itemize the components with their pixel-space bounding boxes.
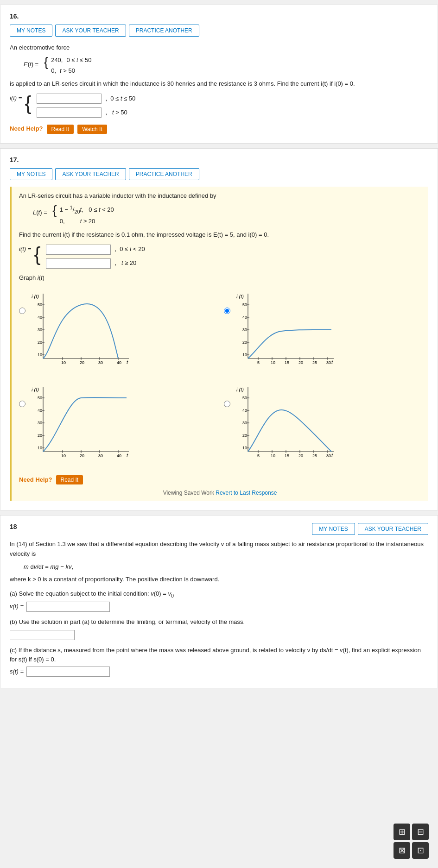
watch-it-button-16[interactable]: Watch It: [77, 125, 107, 134]
problem-18-number: 18: [10, 523, 17, 530]
svg-text:20: 20: [38, 433, 42, 438]
my-notes-button-18[interactable]: MY NOTES: [312, 523, 355, 535]
problem-17-number: 17.: [10, 156, 428, 164]
svg-text:10: 10: [242, 352, 247, 357]
answer-input-16-case2[interactable]: [37, 107, 102, 118]
problem-18-part-b-label: (b) Use the solution in part (a) to dete…: [10, 617, 428, 627]
graph-D-svg: i (t) t 10 20 30 40 50 5: [234, 382, 336, 465]
svg-text:40: 40: [242, 408, 247, 413]
svg-text:30: 30: [38, 421, 42, 425]
graph-C-radio[interactable]: [19, 401, 25, 407]
svg-text:30: 30: [38, 327, 42, 332]
answer-input-17-case2[interactable]: [46, 258, 111, 269]
answer-input-16-case1[interactable]: [37, 94, 102, 104]
svg-text:i (t): i (t): [32, 387, 39, 392]
svg-text:20: 20: [242, 433, 247, 438]
graph-D-container: i (t) t 10 20 30 40 50 5: [224, 382, 421, 469]
problem-18-button-row: MY NOTES ASK YOUR TEACHER: [312, 523, 428, 535]
graph-A-wrap: i (t) t 10 20 30 40 50: [29, 289, 216, 376]
svg-text:10: 10: [271, 360, 275, 365]
svg-text:30: 30: [242, 421, 247, 425]
graph-A-radio[interactable]: [19, 308, 25, 314]
problem-18-v-row: v(t) =: [10, 602, 428, 612]
problem-16-formula: E(t) = { 240, 0 ≤ t ≤ 50 0, t > 50: [24, 56, 428, 76]
svg-text:i (t): i (t): [236, 294, 244, 299]
need-help-17: Need Help? Read It: [19, 475, 421, 485]
svg-text:20: 20: [80, 360, 84, 365]
svg-text:30: 30: [326, 453, 331, 458]
svg-text:50: 50: [38, 396, 42, 400]
practice-another-button-16[interactable]: PRACTICE ANOTHER: [129, 25, 199, 37]
graph-B-container: i (t) t 10 20 30 40 50 5: [224, 289, 421, 376]
my-notes-button-17[interactable]: MY NOTES: [10, 168, 52, 180]
svg-text:10: 10: [61, 453, 66, 458]
problem-18-header: 18 MY NOTES ASK YOUR TEACHER: [10, 523, 428, 535]
graph-B-wrap: i (t) t 10 20 30 40 50 5: [234, 289, 421, 376]
svg-text:i (t): i (t): [32, 294, 39, 299]
svg-text:40: 40: [38, 408, 42, 413]
graph-B-radio[interactable]: [224, 308, 230, 314]
svg-text:20: 20: [242, 340, 247, 345]
terminal-answer-input-18[interactable]: [10, 630, 75, 640]
problem-17-find-text: Find the current i(t) if the resistance …: [19, 230, 421, 240]
svg-text:10: 10: [38, 446, 42, 450]
it-label-16: i(t) =: [10, 94, 22, 103]
revert-link-17[interactable]: Revert to Last Response: [216, 490, 277, 496]
svg-text:25: 25: [312, 360, 317, 365]
s-answer-input-18[interactable]: [26, 667, 110, 677]
svg-text:10: 10: [61, 360, 66, 365]
practice-another-button-17[interactable]: PRACTICE ANOTHER: [129, 168, 199, 180]
svg-text:40: 40: [38, 315, 42, 320]
ask-teacher-button-16[interactable]: ASK YOUR TEACHER: [55, 25, 126, 37]
graph-grid-row2: i (t) t 10 20 30 40 50 10: [19, 382, 421, 469]
problem-17-button-row: MY NOTES ASK YOUR TEACHER PRACTICE ANOTH…: [10, 168, 428, 180]
problem-18-body: In (14) of Section 1.3 we saw that a dif…: [10, 540, 428, 677]
graph-C-wrap: i (t) t 10 20 30 40 50 10: [29, 382, 216, 469]
svg-text:20: 20: [298, 360, 303, 365]
svg-text:40: 40: [242, 315, 247, 320]
graph-D-wrap: i (t) t 10 20 30 40 50 5: [234, 382, 421, 469]
piecewise-Lt: { 1 − 1/20t, 0 ≤ t < 20 0, t ≥ 20: [52, 204, 114, 226]
read-it-button-16[interactable]: Read It: [47, 125, 74, 134]
problem-17-L-formula: L(t) = { 1 − 1/20t, 0 ≤ t < 20 0, t ≥ 20: [33, 204, 421, 226]
answer-input-17-case1[interactable]: [46, 245, 111, 255]
problem-17-highlighted: An LR-series circuit has a variable indu…: [10, 187, 428, 501]
problem-16-number: 16.: [10, 13, 428, 20]
problem-17-body: An LR-series circuit has a variable indu…: [19, 191, 421, 485]
graph-C-container: i (t) t 10 20 30 40 50 10: [19, 382, 216, 469]
svg-text:15: 15: [285, 453, 289, 458]
problem-18-s-row: s(t) =: [10, 667, 428, 677]
graph-grid-row1: i (t) t 10 20 30 40 50: [19, 289, 421, 376]
ask-teacher-button-18[interactable]: ASK YOUR TEACHER: [358, 523, 428, 535]
svg-text:20: 20: [38, 340, 42, 345]
e-formula-label: E(t) =: [24, 61, 40, 68]
svg-text:25: 25: [312, 453, 317, 458]
svg-text:10: 10: [38, 352, 42, 357]
svg-text:50: 50: [242, 396, 247, 400]
graph-B-svg: i (t) t 10 20 30 40 50 5: [234, 289, 336, 372]
problem-16-answer-block: i(t) = { , 0 ≤ t ≤ 50 , t > 50: [10, 94, 428, 118]
problem-16-card: 16. MY NOTES ASK YOUR TEACHER PRACTICE A…: [0, 5, 438, 144]
graph-A-container: i (t) t 10 20 30 40 50: [19, 289, 216, 376]
viewing-saved-17: Viewing Saved Work Revert to Last Respon…: [19, 490, 421, 496]
svg-text:50: 50: [38, 302, 42, 307]
graph-D-radio[interactable]: [224, 401, 230, 407]
graph-C-svg: i (t) t 10 20 30 40 50 10: [29, 382, 131, 465]
problem-17-card: 17. MY NOTES ASK YOUR TEACHER PRACTICE A…: [0, 148, 438, 510]
problem-18-part-a-label: (a) Solve the equation subject to the in…: [10, 589, 428, 600]
graph-A-svg: i (t) t 10 20 30 40 50: [29, 289, 131, 372]
graph-it-label: Graph i(t): [19, 273, 421, 283]
svg-text:t: t: [331, 453, 333, 458]
ask-teacher-button-17[interactable]: ASK YOUR TEACHER: [55, 168, 126, 180]
read-it-button-17[interactable]: Read It: [56, 475, 83, 484]
v-answer-input-18[interactable]: [26, 602, 110, 612]
problem-16-body: An electromotive force E(t) = { 240, 0 ≤…: [10, 43, 428, 134]
problem-17-description: An LR-series circuit has a variable indu…: [19, 191, 421, 201]
my-notes-button-16[interactable]: MY NOTES: [10, 25, 52, 37]
svg-text:30: 30: [98, 360, 103, 365]
problem-16-body-text: is applied to an LR-series circuit in wh…: [10, 79, 428, 89]
problem-17-answer-block: i(t) = { , 0 ≤ t < 20 , t ≥ 20: [19, 245, 421, 269]
svg-text:t: t: [127, 359, 128, 365]
problem-18-terminal-row: [10, 630, 428, 640]
svg-text:10: 10: [271, 453, 275, 458]
